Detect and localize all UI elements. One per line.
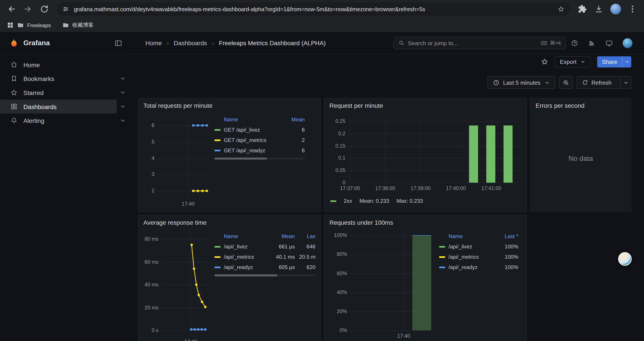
series-stat: Max: 0.233 bbox=[396, 198, 423, 204]
series-value: 100% bbox=[494, 264, 518, 270]
share-button[interactable]: Share bbox=[597, 56, 631, 67]
series-value: 100% bbox=[494, 244, 518, 250]
kiosk-monitor-icon[interactable] bbox=[606, 40, 613, 47]
breadcrumb-item[interactable]: Dashboards bbox=[174, 40, 207, 47]
chevron-down-icon[interactable] bbox=[120, 89, 126, 96]
refresh-interval-dropdown[interactable] bbox=[620, 77, 631, 88]
bookmark-item[interactable]: Freeleaps bbox=[17, 22, 51, 28]
sidebar-item-alerting[interactable]: Alerting bbox=[0, 113, 130, 128]
extensions-icon[interactable] bbox=[578, 5, 587, 14]
refresh-button[interactable]: Refresh bbox=[577, 76, 631, 89]
panel-title[interactable]: Average response time bbox=[138, 215, 320, 229]
url-text[interactable]: grafana.mathmast.com/d/deytv4rwavabkb/fr… bbox=[74, 6, 553, 12]
legend-table: NameLast */api/_livez100%/api/_metrics10… bbox=[439, 229, 522, 341]
zoom-out-button[interactable] bbox=[559, 76, 573, 89]
export-label: Export bbox=[560, 58, 576, 65]
export-button[interactable]: Export bbox=[555, 56, 590, 67]
sidebar-item-starred[interactable]: Starred bbox=[0, 86, 130, 100]
series-value: 605 µs bbox=[270, 264, 295, 270]
chevron-down-icon[interactable] bbox=[120, 103, 126, 110]
requests-under-100ms-chart[interactable]: 100%80%60%40%20%0%17:40 bbox=[330, 229, 436, 341]
legend-header-name[interactable]: Name bbox=[214, 233, 270, 239]
chevron-down-icon[interactable] bbox=[120, 75, 126, 82]
series-name[interactable]: /api/_readyz bbox=[448, 264, 494, 270]
favorite-dashboard-star-icon[interactable] bbox=[541, 58, 548, 65]
sidebar-item-label: Starred bbox=[24, 89, 44, 96]
request-per-minute-chart[interactable]: 0.250.20.150.10.05017:37:0017:38:0017:39… bbox=[330, 112, 522, 194]
series-name[interactable]: GET /api/_readyz bbox=[224, 147, 286, 153]
sidebar-item-dashboards[interactable]: Dashboards bbox=[0, 100, 130, 114]
chart-bar bbox=[412, 235, 432, 330]
series-name[interactable]: /api/_metrics bbox=[224, 254, 270, 260]
panel-title[interactable]: Requests under 100ms bbox=[324, 215, 526, 229]
share-dropdown[interactable] bbox=[622, 56, 631, 67]
browser-menu-kebab-icon[interactable] bbox=[628, 5, 637, 14]
legend-header[interactable]: Las bbox=[295, 233, 316, 239]
chart-bar bbox=[504, 126, 512, 183]
average-response-time-chart[interactable]: 80 ms60 ms40 ms20 ms0 s17:40 bbox=[143, 229, 211, 341]
legend-scrollbar[interactable] bbox=[214, 274, 316, 276]
breadcrumb-item[interactable]: Home bbox=[145, 40, 162, 47]
browser-window: grafana.mathmast.com/d/deytv4rwavabkb/fr… bbox=[0, 0, 644, 341]
breadcrumb-item[interactable]: Freeleaps Metrics Dashboard (ALPHA) bbox=[219, 40, 326, 47]
search-input[interactable] bbox=[408, 40, 537, 46]
legend-scrollbar[interactable] bbox=[214, 158, 305, 160]
series-name[interactable]: GET /api/_livez bbox=[224, 127, 286, 133]
bookmark-star-icon[interactable] bbox=[558, 6, 564, 12]
scrollbar-thumb[interactable] bbox=[214, 274, 277, 276]
search-box[interactable]: ⌘+k bbox=[394, 37, 566, 49]
series-name[interactable]: 2xx bbox=[344, 198, 352, 204]
series-value: 620 bbox=[295, 264, 316, 270]
series-color-dash bbox=[439, 266, 445, 268]
browser-chrome: grafana.mathmast.com/d/deytv4rwavabkb/fr… bbox=[0, 0, 644, 32]
series-color-dash bbox=[214, 256, 220, 258]
chevron-down-icon[interactable] bbox=[120, 117, 126, 124]
legend-header-name[interactable]: Name bbox=[439, 233, 494, 239]
breadcrumb: Home›Dashboards›Freeleaps Metrics Dashbo… bbox=[145, 40, 326, 47]
dashboard-actions: Export Share bbox=[541, 56, 631, 67]
time-range-picker[interactable]: Last 5 minutes bbox=[488, 76, 555, 89]
reload-icon[interactable] bbox=[40, 5, 49, 14]
downloads-icon[interactable] bbox=[594, 5, 603, 14]
legend-header[interactable]: Last * bbox=[494, 233, 518, 239]
grafana-profile-avatar[interactable] bbox=[623, 38, 632, 48]
chart-bar bbox=[469, 126, 478, 183]
site-settings-icon[interactable] bbox=[62, 6, 69, 12]
sidebar-item-home[interactable]: Home bbox=[0, 58, 130, 72]
back-icon[interactable] bbox=[7, 5, 16, 14]
legend-header-name[interactable]: Name bbox=[214, 116, 286, 122]
share-label[interactable]: Share bbox=[597, 56, 622, 67]
series-value: 100% bbox=[494, 254, 518, 260]
scrollbar-thumb[interactable] bbox=[214, 158, 267, 160]
series-name[interactable]: /api/_metrics bbox=[448, 254, 494, 260]
series-name[interactable]: GET /api/_metrics bbox=[224, 137, 286, 143]
browser-profile-avatar[interactable] bbox=[610, 4, 621, 15]
bookmark-item[interactable]: 收藏博客 bbox=[62, 21, 94, 29]
url-bar[interactable]: grafana.mathmast.com/d/deytv4rwavabkb/fr… bbox=[57, 3, 570, 16]
panel-errors-per-second: Errors per second No data bbox=[530, 98, 631, 212]
apps-grid-icon[interactable] bbox=[6, 21, 14, 29]
time-range-label: Last 5 minutes bbox=[503, 79, 540, 86]
sidebar-item-label: Dashboards bbox=[24, 103, 57, 110]
legend-header[interactable]: Mean bbox=[286, 116, 305, 122]
legend-row: GET /api/_metrics2 bbox=[214, 135, 305, 145]
panel-title[interactable]: Total requests per minute bbox=[138, 98, 320, 112]
total-requests-chart[interactable]: 6543217:40 bbox=[143, 112, 211, 210]
help-icon[interactable] bbox=[571, 40, 578, 47]
forward-icon[interactable] bbox=[24, 5, 32, 14]
sidebar-item-bookmarks[interactable]: Bookmarks bbox=[0, 72, 130, 86]
series-value: 6 bbox=[286, 127, 305, 133]
chat-widget-avatar[interactable] bbox=[618, 252, 632, 266]
chevron-down-icon bbox=[544, 80, 550, 85]
chart-canvas bbox=[143, 229, 211, 341]
sidebar-toggle-icon[interactable] bbox=[114, 39, 122, 47]
series-name[interactable]: /api/_livez bbox=[224, 244, 270, 250]
panel-title[interactable]: Errors per second bbox=[531, 98, 631, 112]
panel-request-per-minute: Request per minute 0.250.20.150.10.05017… bbox=[324, 98, 527, 212]
rss-icon[interactable] bbox=[588, 40, 596, 47]
series-name[interactable]: /api/_readyz bbox=[224, 264, 270, 270]
grafana-logo-icon[interactable] bbox=[8, 38, 18, 48]
legend-header[interactable]: Mean bbox=[270, 233, 295, 239]
series-name[interactable]: /api/_livez bbox=[448, 244, 494, 250]
panel-title[interactable]: Request per minute bbox=[324, 98, 526, 112]
